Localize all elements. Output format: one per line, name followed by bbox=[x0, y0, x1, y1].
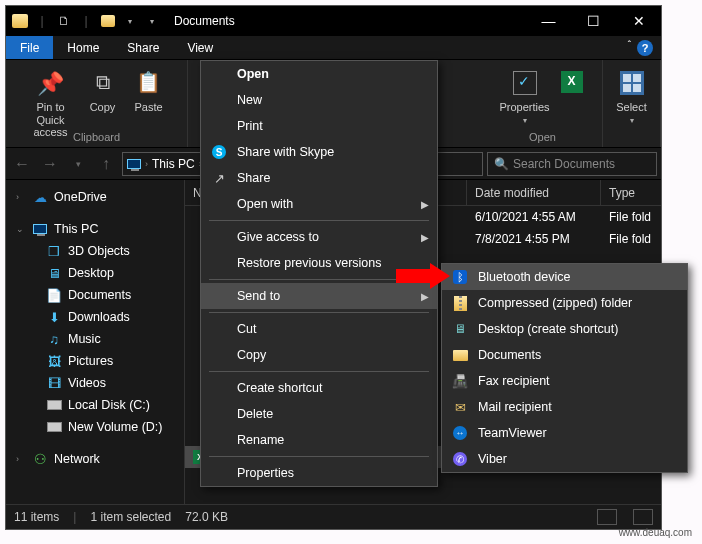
ctx-properties[interactable]: Properties bbox=[201, 460, 437, 486]
minimize-button[interactable]: — bbox=[526, 6, 571, 36]
pin-quick-access-button[interactable]: 📌 Pin to Quick access bbox=[25, 67, 77, 139]
view-details-button[interactable] bbox=[597, 509, 617, 525]
copy-icon: ⧉ bbox=[96, 71, 110, 99]
sendto-teamviewer[interactable]: ↔TeamViewer bbox=[442, 420, 687, 446]
maximize-button[interactable]: ☐ bbox=[571, 6, 616, 36]
share-icon: ↗ bbox=[209, 171, 229, 186]
desktop-icon: 🖥 bbox=[46, 265, 62, 281]
window-title: Documents bbox=[174, 14, 235, 28]
download-icon: ⬇ bbox=[46, 309, 62, 325]
ribbon-group-clipboard: Clipboard bbox=[73, 131, 120, 145]
ctx-skype[interactable]: SShare with Skype bbox=[201, 139, 437, 165]
sendto-desktop[interactable]: 🖥Desktop (create shortcut) bbox=[442, 316, 687, 342]
properties-icon bbox=[513, 71, 537, 99]
chevron-right-icon: ▶ bbox=[421, 232, 429, 243]
qat-sep2: | bbox=[76, 11, 96, 31]
network-icon: ⚇ bbox=[32, 451, 48, 467]
breadcrumb-thispc[interactable]: This PC bbox=[152, 157, 195, 171]
ctx-copy[interactable]: Copy bbox=[201, 342, 437, 368]
ribbon-group-open: Open bbox=[529, 131, 556, 145]
zip-icon bbox=[454, 296, 467, 311]
paste-label: Paste bbox=[134, 101, 162, 114]
qat-overflow-icon[interactable]: ▾ bbox=[142, 11, 162, 31]
search-icon: 🔍 bbox=[494, 157, 509, 171]
copy-button[interactable]: ⧉ Copy bbox=[83, 67, 123, 114]
tab-view[interactable]: View bbox=[173, 36, 227, 59]
ctx-cut[interactable]: Cut bbox=[201, 316, 437, 342]
tab-file[interactable]: File bbox=[6, 36, 53, 59]
up-button[interactable]: ↑ bbox=[94, 152, 118, 176]
tree-onedrive[interactable]: ›☁OneDrive bbox=[6, 186, 184, 208]
tab-share[interactable]: Share bbox=[113, 36, 173, 59]
properties-button[interactable]: Properties ▾ bbox=[499, 67, 551, 125]
close-button[interactable]: ✕ bbox=[616, 6, 661, 36]
sendto-mail[interactable]: ✉Mail recipient bbox=[442, 394, 687, 420]
ribbon-collapse-icon[interactable]: ˆ bbox=[628, 36, 637, 59]
tab-home[interactable]: Home bbox=[53, 36, 113, 59]
thispc-icon bbox=[127, 159, 141, 169]
tree-network[interactable]: ›⚇Network bbox=[6, 448, 184, 470]
recent-dropdown[interactable]: ▾ bbox=[66, 152, 90, 176]
status-size: 72.0 KB bbox=[185, 510, 228, 524]
svg-marker-0 bbox=[396, 263, 450, 289]
tree-videos[interactable]: 🎞Videos bbox=[6, 372, 184, 394]
documents-icon: 📄 bbox=[46, 287, 62, 303]
tree-documents[interactable]: 📄Documents bbox=[6, 284, 184, 306]
context-menu-sendto: ᛒBluetooth device Compressed (zipped) fo… bbox=[441, 263, 688, 473]
sendto-zip[interactable]: Compressed (zipped) folder bbox=[442, 290, 687, 316]
ctx-open[interactable]: Open bbox=[201, 61, 437, 87]
annotation-arrow bbox=[396, 261, 452, 291]
monitor-icon bbox=[32, 221, 48, 237]
search-placeholder: Search Documents bbox=[513, 157, 615, 171]
tree-newvolume-d[interactable]: New Volume (D:) bbox=[6, 416, 184, 438]
qat-sep: | bbox=[32, 11, 52, 31]
tree-3dobjects[interactable]: ❒3D Objects bbox=[6, 240, 184, 262]
pin-icon: 📌 bbox=[37, 71, 64, 99]
sendto-fax[interactable]: 📠Fax recipient bbox=[442, 368, 687, 394]
paste-icon: 📋 bbox=[136, 71, 161, 99]
ctx-share[interactable]: ↗Share bbox=[201, 165, 437, 191]
col-date[interactable]: Date modified bbox=[467, 180, 601, 205]
tree-localdisk-c[interactable]: Local Disk (C:) bbox=[6, 394, 184, 416]
ctx-rename[interactable]: Rename bbox=[201, 427, 437, 453]
excel-icon: X bbox=[561, 71, 583, 93]
search-box[interactable]: 🔍 Search Documents bbox=[487, 152, 657, 176]
folder-icon bbox=[10, 11, 30, 31]
sendto-documents[interactable]: Documents bbox=[442, 342, 687, 368]
select-label: Select bbox=[616, 101, 647, 114]
chevron-right-icon: ▶ bbox=[421, 199, 429, 210]
pin-label: Pin to Quick access bbox=[25, 101, 77, 139]
status-selection: 1 item selected bbox=[90, 510, 171, 524]
drive-icon bbox=[46, 397, 62, 413]
cloud-icon: ☁ bbox=[32, 189, 48, 205]
status-bar: 11 items | 1 item selected 72.0 KB bbox=[6, 504, 661, 528]
tree-downloads[interactable]: ⬇Downloads bbox=[6, 306, 184, 328]
forward-button[interactable]: → bbox=[38, 152, 62, 176]
tree-desktop[interactable]: 🖥Desktop bbox=[6, 262, 184, 284]
sendto-bluetooth[interactable]: ᛒBluetooth device bbox=[442, 264, 687, 290]
tree-thispc[interactable]: ⌄This PC bbox=[6, 218, 184, 240]
ctx-openwith[interactable]: Open with▶ bbox=[201, 191, 437, 217]
folder-icon bbox=[453, 350, 468, 361]
paste-button[interactable]: 📋 Paste bbox=[129, 67, 169, 114]
help-button[interactable]: ? bbox=[637, 40, 653, 56]
excel-launch-button[interactable]: X bbox=[557, 67, 587, 93]
music-icon: ♫ bbox=[46, 331, 62, 347]
view-large-button[interactable] bbox=[633, 509, 653, 525]
fax-icon: 📠 bbox=[450, 374, 470, 389]
ctx-new[interactable]: New bbox=[201, 87, 437, 113]
ctx-print[interactable]: Print bbox=[201, 113, 437, 139]
qat-dropdown-icon[interactable]: ▾ bbox=[120, 11, 140, 31]
select-button[interactable]: Select ▾ bbox=[612, 67, 652, 125]
tree-pictures[interactable]: 🖼Pictures bbox=[6, 350, 184, 372]
qat-save-icon[interactable]: 🗋 bbox=[54, 11, 74, 31]
col-type[interactable]: Type bbox=[601, 180, 661, 205]
back-button[interactable]: ← bbox=[10, 152, 34, 176]
qat-folder-icon[interactable] bbox=[98, 11, 118, 31]
ctx-access[interactable]: Give access to▶ bbox=[201, 224, 437, 250]
ctx-shortcut[interactable]: Create shortcut bbox=[201, 375, 437, 401]
sendto-viber[interactable]: ✆Viber bbox=[442, 446, 687, 472]
tree-music[interactable]: ♫Music bbox=[6, 328, 184, 350]
ctx-delete[interactable]: Delete bbox=[201, 401, 437, 427]
properties-label: Properties bbox=[499, 101, 549, 114]
